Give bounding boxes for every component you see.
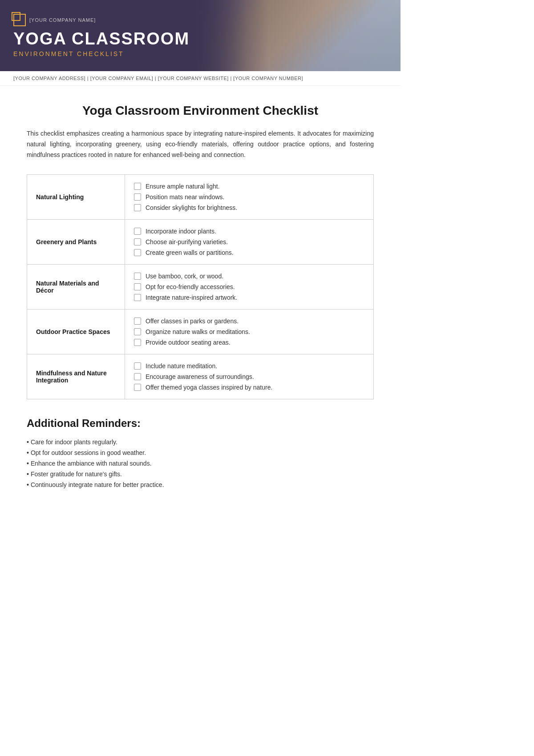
intro-paragraph: This checklist emphasizes creating a har… — [27, 129, 374, 160]
table-row: Natural Materials and DécorUse bamboo, c… — [27, 265, 374, 310]
item-text: Position mats near windows. — [146, 193, 224, 201]
reminder-text: Care for indoor plants regularly. — [31, 438, 117, 446]
list-item: •Care for indoor plants regularly. — [27, 437, 374, 447]
checklist-item: Consider skylights for brightness. — [134, 202, 364, 213]
checkbox-icon[interactable] — [134, 204, 141, 211]
list-item: •Continuously integrate nature for bette… — [27, 479, 374, 490]
table-row: Greenery and PlantsIncorporate indoor pl… — [27, 220, 374, 265]
item-text: Use bamboo, cork, or wood. — [146, 273, 223, 280]
checklist-item: Position mats near windows. — [134, 192, 364, 202]
contact-info: [YOUR COMPANY ADDRESS] | [YOUR COMPANY E… — [13, 76, 303, 81]
checkbox-icon[interactable] — [134, 249, 141, 256]
item-text: Offer themed yoga classes inspired by na… — [146, 384, 272, 391]
bullet-icon: • — [27, 449, 29, 456]
checklist-item: Offer themed yoga classes inspired by na… — [134, 382, 364, 393]
bullet-icon: • — [27, 460, 29, 467]
page-title: Yoga Classroom Environment Checklist — [27, 104, 374, 118]
item-text: Create green walls or partitions. — [146, 249, 234, 256]
checkbox-icon[interactable] — [134, 318, 141, 325]
checklist-item: Incorporate indoor plants. — [134, 226, 364, 237]
reminder-text: Foster gratitude for nature's gifts. — [31, 470, 122, 478]
checklist-item: Provide outdoor seating areas. — [134, 337, 364, 348]
contact-bar: [YOUR COMPANY ADDRESS] | [YOUR COMPANY E… — [0, 71, 400, 86]
list-item: •Opt for outdoor sessions in good weathe… — [27, 447, 374, 458]
category-cell: Outdoor Practice Spaces — [27, 310, 125, 354]
company-logo-row: [YOUR COMPANY NAME] — [13, 14, 190, 26]
company-name: [YOUR COMPANY NAME] — [29, 17, 96, 23]
checkbox-icon[interactable] — [134, 339, 141, 346]
item-text: Opt for eco-friendly accessories. — [146, 283, 235, 290]
items-cell: Offer classes in parks or gardens.Organi… — [125, 310, 374, 354]
checkbox-icon[interactable] — [134, 283, 141, 290]
item-text: Offer classes in parks or gardens. — [146, 318, 239, 325]
reminders-title: Additional Reminders: — [27, 417, 374, 430]
reminder-list: •Care for indoor plants regularly.•Opt f… — [27, 437, 374, 490]
checkbox-icon[interactable] — [134, 273, 141, 280]
bullet-icon: • — [27, 481, 29, 488]
item-text: Ensure ample natural light. — [146, 183, 220, 190]
item-text: Choose air-purifying varieties. — [146, 238, 228, 245]
checkbox-icon[interactable] — [134, 228, 141, 235]
page-header: [YOUR COMPANY NAME] YOGA CLASSROOM ENVIR… — [0, 0, 400, 71]
item-text: Incorporate indoor plants. — [146, 228, 216, 235]
item-text: Provide outdoor seating areas. — [146, 339, 231, 346]
header-subtitle: ENVIRONMENT CHECKLIST — [13, 50, 190, 57]
item-text: Include nature meditation. — [146, 362, 217, 370]
category-cell: Mindfulness and Nature Integration — [27, 354, 125, 399]
list-item: •Foster gratitude for nature's gifts. — [27, 469, 374, 479]
checklist-item: Integrate nature-inspired artwork. — [134, 292, 364, 303]
company-logo-icon — [13, 14, 26, 26]
checklist-item: Create green walls or partitions. — [134, 247, 364, 258]
header-overlay — [180, 0, 400, 71]
item-text: Consider skylights for brightness. — [146, 204, 237, 211]
items-cell: Incorporate indoor plants.Choose air-pur… — [125, 220, 374, 265]
checklist-item: Choose air-purifying varieties. — [134, 237, 364, 247]
header-title: YOGA CLASSROOM — [13, 30, 190, 48]
checklist-item: Offer classes in parks or gardens. — [134, 316, 364, 326]
category-cell: Natural Lighting — [27, 175, 125, 220]
list-item: •Enhance the ambiance with natural sound… — [27, 458, 374, 469]
bullet-icon: • — [27, 470, 29, 478]
checklist-item: Organize nature walks or meditations. — [134, 326, 364, 337]
checkbox-icon[interactable] — [134, 193, 141, 201]
checklist-table: Natural LightingEnsure ample natural lig… — [27, 174, 374, 399]
item-text: Encourage awareness of surroundings. — [146, 373, 254, 380]
category-cell: Natural Materials and Décor — [27, 265, 125, 310]
header-content: [YOUR COMPANY NAME] YOGA CLASSROOM ENVIR… — [13, 14, 190, 57]
checkbox-icon[interactable] — [134, 373, 141, 380]
table-row: Natural LightingEnsure ample natural lig… — [27, 175, 374, 220]
items-cell: Ensure ample natural light.Position mats… — [125, 175, 374, 220]
checklist-item: Encourage awareness of surroundings. — [134, 371, 364, 382]
checkbox-icon[interactable] — [134, 183, 141, 190]
items-cell: Use bamboo, cork, or wood.Opt for eco-fr… — [125, 265, 374, 310]
reminder-text: Enhance the ambiance with natural sounds… — [31, 460, 152, 467]
category-cell: Greenery and Plants — [27, 220, 125, 265]
checklist-item: Include nature meditation. — [134, 361, 364, 371]
checklist-item: Ensure ample natural light. — [134, 181, 364, 192]
checklist-item: Opt for eco-friendly accessories. — [134, 281, 364, 292]
checkbox-icon[interactable] — [134, 362, 141, 370]
checkbox-icon[interactable] — [134, 238, 141, 245]
table-row: Outdoor Practice SpacesOffer classes in … — [27, 310, 374, 354]
reminder-text: Opt for outdoor sessions in good weather… — [31, 449, 146, 456]
checkbox-icon[interactable] — [134, 384, 141, 391]
checkbox-icon[interactable] — [134, 294, 141, 301]
item-text: Integrate nature-inspired artwork. — [146, 294, 237, 301]
items-cell: Include nature meditation.Encourage awar… — [125, 354, 374, 399]
main-content: Yoga Classroom Environment Checklist Thi… — [0, 86, 400, 508]
checkbox-icon[interactable] — [134, 328, 141, 335]
reminder-text: Continuously integrate nature for better… — [31, 481, 164, 488]
bullet-icon: • — [27, 438, 29, 446]
item-text: Organize nature walks or meditations. — [146, 328, 250, 335]
table-row: Mindfulness and Nature IntegrationInclud… — [27, 354, 374, 399]
checklist-item: Use bamboo, cork, or wood. — [134, 271, 364, 281]
